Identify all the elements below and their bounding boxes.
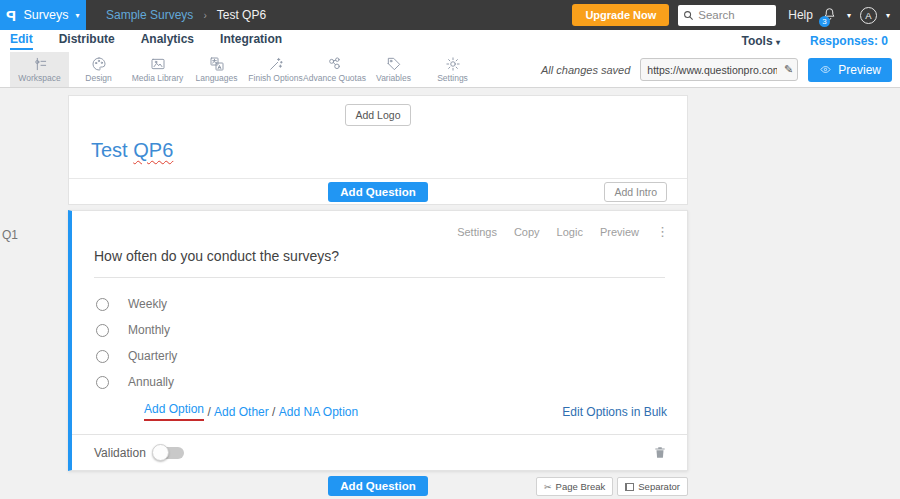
toolbar-item-media-library[interactable]: Media Library xyxy=(128,52,187,87)
survey-url-field: ✎ xyxy=(640,58,798,81)
avatar[interactable]: A xyxy=(860,7,877,24)
chevron-down-icon: ▾ xyxy=(76,11,80,20)
topbar-right: Upgrade Now Help 3 ▾ A ▾ xyxy=(572,4,900,26)
navrow-right: Tools ▾ Responses: 0 xyxy=(742,34,891,48)
app-window: P Surveys ▾ Sample Surveys › Test QP6 Up… xyxy=(0,0,900,499)
link-separator: / xyxy=(269,405,279,419)
save-status: All changes saved xyxy=(541,64,630,76)
add-other-link[interactable]: Add Other xyxy=(214,405,269,419)
section-nav: Edit Distribute Analytics Integration To… xyxy=(0,30,900,52)
top-bar: P Surveys ▾ Sample Surveys › Test QP6 Up… xyxy=(0,0,900,30)
toolbar-item-label: Settings xyxy=(437,73,468,83)
radio-icon[interactable] xyxy=(96,376,109,389)
question-settings-link[interactable]: Settings xyxy=(457,226,497,238)
page-break-label: Page Break xyxy=(556,481,606,492)
separator-button[interactable]: Separator xyxy=(617,477,688,496)
option-row[interactable]: Weekly xyxy=(96,291,665,317)
add-logo-button[interactable]: Add Logo xyxy=(345,104,412,126)
survey-title-prefix: Test xyxy=(91,139,133,161)
tab-distribute[interactable]: Distribute xyxy=(59,32,115,50)
add-question-button-top[interactable]: Add Question xyxy=(328,182,427,202)
add-na-option-link[interactable]: Add NA Option xyxy=(279,405,358,419)
option-row[interactable]: Quarterly xyxy=(96,343,665,369)
translate-icon xyxy=(209,56,225,72)
validation-label: Validation xyxy=(94,446,146,460)
option-label[interactable]: Quarterly xyxy=(128,349,177,363)
gear-icon xyxy=(445,56,461,72)
notifications-button[interactable]: 3 xyxy=(822,6,838,24)
tab-analytics[interactable]: Analytics xyxy=(141,32,194,50)
survey-column: Add Logo Test QP6 Add Question Add Intro… xyxy=(68,95,688,499)
toolbar-item-languages[interactable]: Languages xyxy=(187,52,246,87)
question-copy-link[interactable]: Copy xyxy=(514,226,540,238)
surveys-menu-label: Surveys xyxy=(23,8,68,22)
option-label[interactable]: Monthly xyxy=(128,323,170,337)
help-link[interactable]: Help xyxy=(788,8,813,22)
edit-url-icon[interactable]: ✎ xyxy=(784,63,793,76)
question-logic-link[interactable]: Logic xyxy=(557,226,583,238)
survey-title-misspelled-word: QP6 xyxy=(133,139,173,161)
option-row[interactable]: Annually xyxy=(96,369,665,395)
trash-icon xyxy=(653,445,667,460)
toolbar-item-advance-quotas[interactable]: Advance Quotas xyxy=(305,52,364,87)
chevron-down-icon[interactable]: ▾ xyxy=(886,11,890,20)
toolbar-item-workspace[interactable]: Workspace xyxy=(10,52,69,87)
tab-integration[interactable]: Integration xyxy=(220,32,282,50)
radio-icon[interactable] xyxy=(96,324,109,337)
strip-right: ✂ Page Break Separator xyxy=(536,477,688,496)
answer-options: Weekly Monthly Quarterly Annually xyxy=(72,278,687,395)
option-label[interactable]: Annually xyxy=(128,375,174,389)
add-question-button-bottom[interactable]: Add Question xyxy=(328,476,427,496)
option-links-row: Add Option / Add Other / Add NA Option E… xyxy=(144,402,667,421)
toolbar-item-variables[interactable]: Variables xyxy=(364,52,423,87)
survey-title[interactable]: Test QP6 xyxy=(91,139,687,162)
radio-icon[interactable] xyxy=(96,350,109,363)
toolbar-item-label: Advance Quotas xyxy=(303,73,366,83)
question-text[interactable]: How often do you conduct the surveys? xyxy=(94,248,665,278)
page-break-button[interactable]: ✂ Page Break xyxy=(536,477,613,496)
delete-question-button[interactable] xyxy=(653,445,667,460)
question-preview-link[interactable]: Preview xyxy=(600,226,639,238)
more-options-icon[interactable]: ⋮ xyxy=(656,224,669,239)
upgrade-now-button[interactable]: Upgrade Now xyxy=(572,4,669,26)
validation-toggle[interactable] xyxy=(154,447,184,459)
chain-links-icon xyxy=(327,56,343,72)
preview-button[interactable]: Preview xyxy=(808,58,892,82)
option-row[interactable]: Monthly xyxy=(96,317,665,343)
option-label[interactable]: Weekly xyxy=(128,297,167,311)
toolbar-item-settings[interactable]: Settings xyxy=(423,52,482,87)
add-intro-button[interactable]: Add Intro xyxy=(604,182,667,202)
questionpro-logo-icon: P xyxy=(6,7,16,24)
toolbar-item-label: Workspace xyxy=(18,73,60,83)
toolbar-item-label: Variables xyxy=(376,73,411,83)
tab-edit[interactable]: Edit xyxy=(10,32,33,50)
workspace-icon xyxy=(32,56,48,72)
image-icon xyxy=(150,56,166,72)
toolbar-item-label: Finish Options xyxy=(248,73,302,83)
tools-label: Tools xyxy=(742,34,773,48)
scissors-icon: ✂ xyxy=(544,482,552,492)
search-box[interactable] xyxy=(678,5,776,26)
separator-icon xyxy=(625,483,634,491)
nav-items: Edit Distribute Analytics Integration xyxy=(10,32,282,50)
toolbar-item-label: Media Library xyxy=(132,73,184,83)
search-input[interactable] xyxy=(698,9,768,21)
responses-count[interactable]: Responses: 0 xyxy=(810,34,888,48)
toolbar-right: All changes saved ✎ Preview xyxy=(541,52,900,87)
add-option-link[interactable]: Add Option xyxy=(144,402,204,421)
question-card: Settings Copy Logic Preview ⋮ How often … xyxy=(68,210,688,471)
survey-url-input[interactable] xyxy=(640,58,798,81)
intro-row: Add Question Add Intro xyxy=(69,178,687,204)
tools-menu[interactable]: Tools ▾ xyxy=(742,34,780,48)
preview-label: Preview xyxy=(838,63,881,77)
breadcrumb-parent[interactable]: Sample Surveys xyxy=(106,8,193,22)
breadcrumb: Sample Surveys › Test QP6 xyxy=(106,8,266,22)
toolbar-item-label: Design xyxy=(85,73,111,83)
toolbar-item-finish-options[interactable]: Finish Options xyxy=(246,52,305,87)
toolbar-item-label: Languages xyxy=(195,73,237,83)
radio-icon[interactable] xyxy=(96,298,109,311)
toolbar-item-design[interactable]: Design xyxy=(69,52,128,87)
surveys-menu[interactable]: P Surveys ▾ xyxy=(0,0,86,30)
chevron-down-icon[interactable]: ▾ xyxy=(847,11,851,20)
edit-options-in-bulk-link[interactable]: Edit Options in Bulk xyxy=(562,405,667,419)
